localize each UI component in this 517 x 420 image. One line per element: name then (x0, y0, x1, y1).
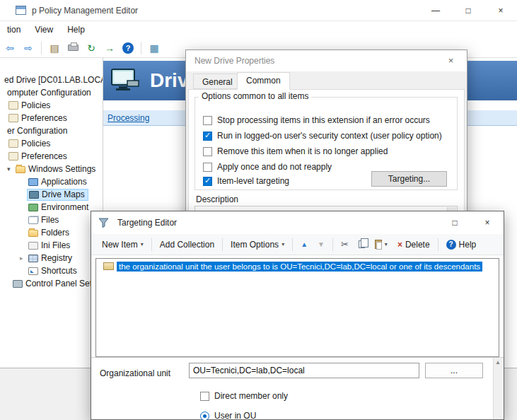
close-icon[interactable]: × (435, 50, 467, 71)
group-label: Options common to all items (199, 91, 311, 101)
drive-maps-icon (29, 191, 39, 199)
tree-item-ini-files[interactable]: Ini Files (0, 239, 103, 252)
preferences-icon (8, 114, 18, 122)
option-apply-once[interactable]: Apply once and do not reapply (203, 161, 332, 173)
checkbox-unchecked[interactable] (203, 147, 212, 156)
menubar: tion View Help (0, 21, 517, 38)
toolbar-separator (141, 42, 141, 54)
move-down-button[interactable]: ▼ (313, 236, 330, 253)
help-icon: ? (446, 240, 456, 250)
targeting-button[interactable]: Targeting... (371, 171, 447, 187)
option-run-logged-on[interactable]: Run in logged-on user's security context… (203, 129, 442, 142)
console-tree: ed Drive [DC01.LAB.LOCA omputer Configur… (0, 58, 103, 368)
export-icon[interactable]: → (101, 40, 118, 56)
chevron-down-icon[interactable]: ▾ (7, 163, 16, 175)
maximize-button[interactable]: □ (452, 0, 484, 21)
menu-action[interactable]: tion (0, 25, 28, 35)
dialog-title: Targeting Editor (117, 218, 177, 228)
tree-item-registry[interactable]: ▸Registry (0, 252, 103, 264)
delete-button[interactable]: ×Delete (393, 236, 435, 253)
chevron-down-icon: ▾ (281, 241, 284, 247)
copy-button[interactable] (354, 236, 370, 253)
option-remove-item[interactable]: Remove this item when it is no longer ap… (203, 145, 388, 158)
move-up-button[interactable]: ▲ (296, 236, 313, 253)
maximize-button[interactable]: □ (438, 211, 471, 234)
tree-item-windows-settings[interactable]: ▾Windows Settings (0, 163, 103, 175)
add-collection-button[interactable]: Add Collection (155, 236, 219, 253)
chevron-down-icon: ▾ (385, 241, 388, 247)
checkbox-unchecked[interactable] (203, 116, 212, 125)
arrow-up-icon: ▲ (301, 240, 308, 248)
checkbox-unchecked[interactable] (200, 392, 209, 401)
item-options-button[interactable]: Item Options▾ (226, 236, 289, 253)
tree-item-computer-configuration[interactable]: omputer Configuration (0, 86, 103, 99)
help-icon[interactable]: ? (120, 40, 136, 56)
new-drive-properties-dialog: New Drive Properties × General Common Op… (185, 49, 467, 219)
delete-x-icon: × (397, 240, 402, 250)
policies-icon (8, 101, 18, 110)
option-stop-processing[interactable]: Stop processing items in this extension … (203, 114, 430, 127)
option-item-level-targeting[interactable]: Item-level targeting (203, 175, 289, 187)
tree-item-policies[interactable]: Policies (0, 99, 103, 112)
close-button[interactable]: × (471, 211, 504, 234)
menu-help[interactable]: Help (60, 25, 92, 35)
screen: p Policy Management Editor — □ × tion Vi… (0, 0, 517, 420)
files-icon (28, 216, 38, 224)
new-item-button[interactable]: New Item▾ (97, 236, 149, 253)
clipboard-icon[interactable]: ▤ (46, 40, 63, 56)
tree-item-environment[interactable]: Environment (0, 201, 103, 214)
tab-general[interactable]: General (193, 74, 242, 89)
tree-item-preferences-user[interactable]: Preferences (0, 150, 103, 163)
cut-button[interactable]: ✂ (336, 236, 354, 253)
tree-item-shortcuts[interactable]: Shortcuts (0, 264, 103, 277)
tree-item-gpo-root[interactable]: ed Drive [DC01.LAB.LOCA (0, 74, 103, 86)
paste-button[interactable]: ▾ (370, 236, 393, 253)
dialog-titlebar: New Drive Properties × (186, 50, 467, 71)
dialog-titlebar: Targeting Editor □ × (91, 211, 504, 234)
targeting-item-list[interactable]: the organizational unit the user belongs… (95, 258, 499, 357)
back-icon[interactable]: ⇦ (1, 40, 18, 56)
chevron-right-icon[interactable]: ▸ (20, 252, 28, 264)
help-button[interactable]: ?Help (441, 236, 482, 253)
preferences-icon (8, 152, 18, 161)
user-in-ou-option[interactable]: User in OU (200, 411, 256, 420)
policies-icon (8, 139, 18, 148)
tree-item-drive-maps[interactable]: Drive Maps (0, 188, 103, 201)
close-button[interactable]: × (484, 0, 517, 21)
direct-member-option[interactable]: Direct member only (200, 391, 288, 401)
scrollbar[interactable] (493, 358, 504, 419)
arrow-down-icon: ▼ (318, 240, 325, 248)
checkbox-checked[interactable] (203, 132, 212, 141)
minimize-button[interactable]: — (419, 0, 452, 21)
organizational-unit-input[interactable] (189, 363, 419, 378)
ou-item-icon (103, 262, 114, 270)
tree-item-files[interactable]: Files (0, 214, 103, 226)
tree-item-folders[interactable]: Folders (0, 226, 103, 239)
radio-selected[interactable] (200, 412, 209, 420)
browse-button[interactable]: ... (425, 363, 483, 378)
scissors-icon: ✂ (341, 239, 349, 250)
checkbox-unchecked[interactable] (203, 163, 212, 172)
printer-icon[interactable] (64, 40, 81, 56)
tree-item-user-configuration[interactable]: er Configuration (0, 124, 103, 137)
tree-item-control-panel-settings[interactable]: Control Panel Sett (0, 277, 103, 290)
targeting-toolbar: New Item▾ Add Collection Item Options▾ ▲… (91, 234, 504, 255)
tree-item-applications[interactable]: Applications (0, 175, 103, 188)
grid-icon[interactable]: ▦ (146, 40, 163, 56)
forward-icon[interactable]: ⇨ (20, 40, 37, 56)
targeting-item-row[interactable]: the organizational unit the user belongs… (96, 260, 499, 272)
checkbox-checked[interactable] (203, 177, 212, 186)
help-glyph: ? (122, 42, 134, 54)
folder-icon (16, 166, 25, 173)
tree-item-policies-user[interactable]: Policies (0, 137, 103, 150)
window-titlebar: p Policy Management Editor — □ × (0, 0, 517, 21)
processing-link[interactable]: Processing (108, 113, 149, 123)
folders-icon (28, 230, 38, 237)
targeting-item-form: Organizational unit ... Direct member on… (91, 358, 493, 419)
organizational-unit-label: Organizational unit (100, 368, 170, 378)
tab-common[interactable]: Common (237, 72, 290, 90)
selected-tree-item: Drive Maps (27, 189, 88, 201)
menu-view[interactable]: View (28, 25, 60, 35)
tree-item-preferences[interactable]: Preferences (0, 112, 103, 124)
refresh-icon[interactable]: ↻ (83, 40, 100, 56)
